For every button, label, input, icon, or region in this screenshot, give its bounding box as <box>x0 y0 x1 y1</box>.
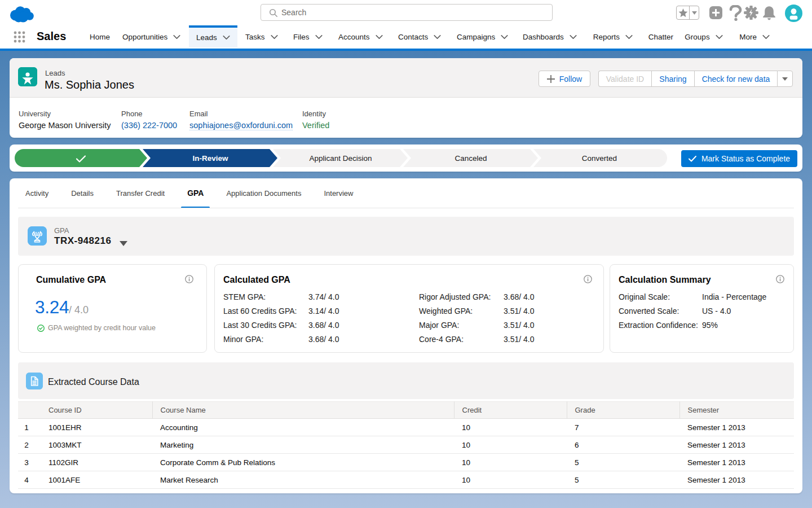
svg-text:Canceled: Canceled <box>454 154 487 163</box>
svg-text:Converted: Converted <box>582 154 617 163</box>
svg-text:In-Review: In-Review <box>192 154 228 163</box>
svg-text:Applicant Decision: Applicant Decision <box>309 154 372 163</box>
